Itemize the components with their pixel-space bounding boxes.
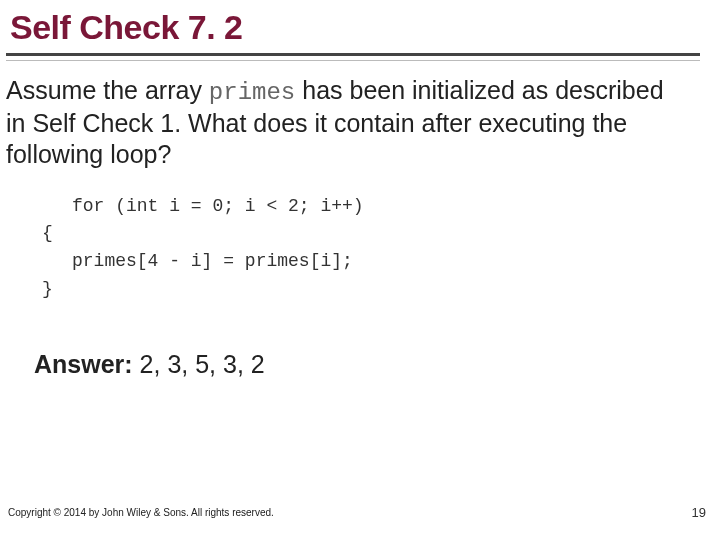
answer-value: 2, 3, 5, 3, 2 [133,350,265,378]
answer-line: Answer: 2, 3, 5, 3, 2 [34,350,720,379]
code-line-close-brace: } [42,276,720,304]
slide-title: Self Check 7. 2 [0,0,720,53]
code-line-body: primes[4 - i] = primes[i]; [42,248,720,276]
copyright-footer: Copyright © 2014 by John Wiley & Sons. A… [8,507,708,518]
title-rule-main [6,53,700,56]
code-block: for (int i = 0; i < 2; i++) { primes[4 -… [42,193,720,305]
answer-label: Answer: [34,350,133,378]
code-line-for: for (int i = 0; i < 2; i++) [42,193,720,221]
slide: Self Check 7. 2 Assume the array primes … [0,0,720,540]
question-identifier: primes [209,79,295,106]
question-prefix: Assume the array [6,76,209,104]
page-number: 19 [692,505,706,520]
question-text: Assume the array primes has been initial… [0,75,720,171]
code-line-open-brace: { [42,220,720,248]
title-rule-sub [6,60,700,61]
